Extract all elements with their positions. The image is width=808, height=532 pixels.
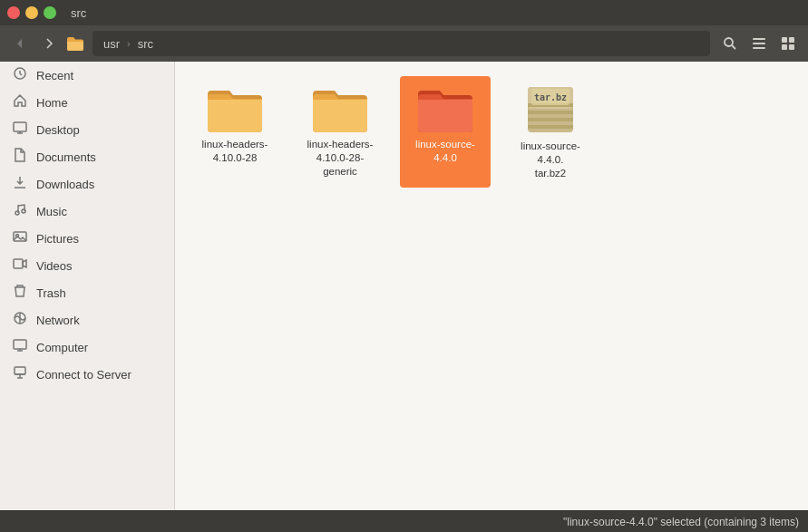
trash-icon: [11, 284, 29, 302]
sidebar-item-desktop[interactable]: Desktop: [0, 116, 174, 143]
search-button[interactable]: [717, 31, 743, 56]
svg-rect-33: [528, 125, 573, 129]
sidebar-item-computer[interactable]: Computer: [0, 334, 174, 361]
file-item-linux-source-440-tar[interactable]: tar.bz linux-source-4.4.0.tar.bz2: [505, 76, 596, 188]
list-view-button[interactable]: [746, 31, 772, 56]
svg-rect-24: [15, 367, 25, 374]
main-area: Recent Home Desktop: [0, 62, 808, 510]
file-item-linux-source-440[interactable]: linux-source-4.4.0: [400, 76, 491, 188]
sidebar-network-label: Network: [36, 314, 80, 327]
connect-to-server-icon: [11, 365, 29, 383]
sidebar-item-home[interactable]: Home: [0, 89, 174, 116]
status-text: "linux-source-4.4.0" selected (containin…: [563, 516, 799, 528]
sidebar-item-videos[interactable]: Videos: [0, 252, 174, 279]
network-icon: [11, 311, 29, 329]
svg-rect-32: [528, 118, 573, 121]
recent-icon: [11, 66, 29, 84]
svg-text:tar.bz: tar.bz: [534, 92, 567, 102]
statusbar: "linux-source-4.4.0" selected (containin…: [0, 510, 808, 532]
close-button[interactable]: [7, 6, 20, 19]
sidebar-home-label: Home: [36, 96, 68, 110]
file-name-linux-headers-428-generic: linux-headers-4.10.0-28-generic: [300, 138, 380, 179]
music-icon: [11, 202, 29, 220]
minimize-button[interactable]: [25, 6, 38, 19]
downloads-icon: [11, 175, 29, 193]
svg-rect-10: [14, 122, 26, 131]
svg-rect-2: [753, 38, 765, 40]
breadcrumb-separator: ›: [127, 38, 131, 49]
breadcrumb-src[interactable]: src: [134, 36, 157, 52]
svg-rect-18: [14, 259, 23, 268]
sidebar-downloads-label: Downloads: [36, 178, 94, 191]
breadcrumb-usr[interactable]: usr: [100, 36, 123, 52]
sidebar-recent-label: Recent: [36, 69, 73, 82]
sidebar-item-documents[interactable]: Documents: [0, 143, 174, 170]
folder-icon-orange-1: [206, 83, 264, 134]
sidebar-documents-label: Documents: [36, 150, 96, 164]
pictures-icon: [11, 229, 29, 247]
sidebar-videos-label: Videos: [36, 259, 73, 273]
videos-icon: [11, 256, 29, 275]
location-folder-icon: [65, 34, 85, 53]
svg-rect-6: [789, 37, 794, 43]
toolbar-right: [717, 31, 801, 56]
forward-button[interactable]: [36, 31, 62, 56]
window-title: src: [71, 6, 86, 20]
svg-line-1: [732, 45, 735, 49]
svg-rect-7: [782, 44, 787, 50]
sidebar-item-music[interactable]: Music: [0, 198, 174, 225]
toolbar: usr › src: [0, 25, 808, 62]
file-area: linux-headers-4.10.0-28 linux-headers-4.…: [175, 62, 808, 510]
grid-view-button[interactable]: [775, 31, 801, 56]
folder-icon-orange-2: [311, 83, 369, 134]
file-name-linux-source-440: linux-source-4.4.0: [405, 138, 485, 165]
home-icon: [11, 93, 29, 111]
file-grid: linux-headers-4.10.0-28 linux-headers-4.…: [190, 76, 793, 188]
svg-rect-21: [14, 340, 26, 349]
svg-point-0: [725, 38, 733, 46]
sidebar-pictures-label: Pictures: [36, 232, 79, 246]
sidebar-item-network[interactable]: Network: [0, 306, 174, 334]
file-name-linux-headers-428: linux-headers-4.10.0-28: [202, 138, 268, 165]
sidebar: Recent Home Desktop: [0, 62, 175, 510]
svg-rect-3: [753, 43, 765, 44]
sidebar-trash-label: Trash: [36, 286, 66, 300]
sidebar-item-downloads[interactable]: Downloads: [0, 170, 174, 198]
file-item-linux-headers-428-generic[interactable]: linux-headers-4.10.0-28-generic: [295, 76, 385, 188]
maximize-button[interactable]: [44, 6, 56, 19]
svg-point-14: [15, 211, 19, 215]
sidebar-music-label: Music: [36, 205, 67, 218]
folder-icon-red: [416, 83, 474, 134]
documents-icon: [11, 148, 29, 166]
sidebar-computer-label: Computer: [36, 341, 88, 354]
sidebar-connect-label: Connect to Server: [36, 368, 131, 382]
tarbz2-icon: tar.bz: [524, 83, 577, 136]
window-controls: [7, 6, 56, 19]
file-item-linux-headers-428[interactable]: linux-headers-4.10.0-28: [190, 76, 280, 188]
svg-rect-5: [782, 37, 787, 43]
back-button[interactable]: [7, 31, 33, 56]
sidebar-item-connect-to-server[interactable]: Connect to Server: [0, 361, 174, 388]
sidebar-item-recent[interactable]: Recent: [0, 62, 174, 89]
desktop-icon: [11, 121, 29, 139]
svg-rect-4: [753, 47, 765, 49]
sidebar-item-pictures[interactable]: Pictures: [0, 225, 174, 252]
sidebar-desktop-label: Desktop: [36, 123, 80, 137]
sidebar-item-trash[interactable]: Trash: [0, 279, 174, 306]
svg-rect-31: [528, 111, 573, 114]
svg-rect-8: [789, 44, 794, 50]
computer-icon: [11, 338, 29, 356]
file-name-linux-source-440-tar: linux-source-4.4.0.tar.bz2: [511, 140, 590, 180]
svg-point-15: [22, 209, 25, 213]
location-bar: usr › src: [92, 31, 710, 56]
titlebar: src: [0, 0, 808, 25]
